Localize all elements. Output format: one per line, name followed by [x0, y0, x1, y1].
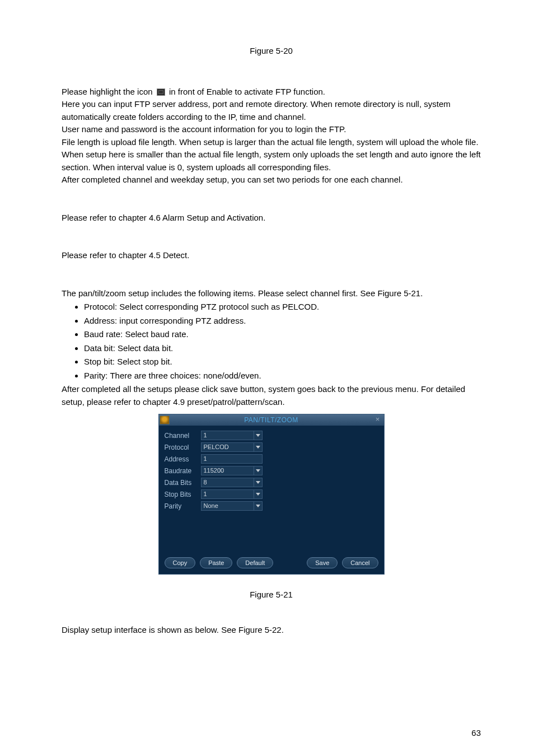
- stopbits-select[interactable]: 1: [201, 489, 263, 499]
- paragraph: Here you can input FTP server address, p…: [62, 98, 481, 123]
- text-fragment: in front of Enable to activate FTP funct…: [169, 87, 325, 96]
- address-input[interactable]: 1: [201, 454, 263, 464]
- default-button[interactable]: Default: [237, 557, 273, 568]
- paste-button[interactable]: Paste: [200, 557, 232, 568]
- paragraph: After completed channel and weekday setu…: [62, 174, 481, 186]
- bullet-list: Protocol: Select corresponding PTZ proto…: [62, 301, 481, 382]
- figure-caption-bottom: Figure 5-21: [62, 589, 481, 601]
- channel-select[interactable]: 1: [201, 431, 263, 440]
- list-item: Parity: There are three choices: none/od…: [84, 370, 481, 382]
- ptz-dialog: PAN/TILT/ZOOM × Channel 1 Protocol PELCO…: [158, 414, 385, 575]
- dialog-button-row: Copy Paste Default Save Cancel: [159, 554, 384, 574]
- list-item: Protocol: Select corresponding PTZ proto…: [84, 301, 481, 314]
- figure-caption-top: Figure 5-20: [62, 45, 481, 58]
- close-icon[interactable]: ×: [374, 416, 382, 423]
- chevron-down-icon: [256, 469, 260, 472]
- list-item: Baud rate: Select baud rate.: [84, 328, 481, 341]
- paragraph-display-setup: Display setup interface is shown as belo…: [62, 624, 481, 637]
- chevron-down-icon: [256, 446, 260, 449]
- protocol-select[interactable]: PELCOD: [201, 442, 263, 452]
- databits-label: Data Bits: [165, 478, 201, 488]
- copy-button[interactable]: Copy: [165, 557, 196, 568]
- baudrate-select[interactable]: 115200: [201, 466, 263, 475]
- protocol-label: Protocol: [165, 442, 201, 452]
- parity-select[interactable]: None: [201, 501, 263, 511]
- dialog-body: Channel 1 Protocol PELCOD Address 1 Baud…: [159, 426, 384, 554]
- paragraph-alarm-ref: Please refer to chapter 4.6 Alarm Setup …: [62, 212, 481, 225]
- channel-label: Channel: [165, 431, 201, 441]
- paragraph-ptz-after: After completed all the setups please cl…: [62, 383, 481, 408]
- paragraph: File length is upload file length. When …: [62, 136, 481, 174]
- paragraph-detect-ref: Please refer to chapter 4.5 Detect.: [62, 249, 481, 262]
- cancel-button[interactable]: Cancel: [342, 557, 378, 568]
- address-label: Address: [165, 454, 201, 464]
- chevron-down-icon: [256, 481, 260, 484]
- dialog-title: PAN/TILT/ZOOM: [159, 415, 384, 425]
- chevron-down-icon: [256, 434, 260, 437]
- checkbox-icon: [157, 88, 165, 96]
- list-item: Stop bit: Select stop bit.: [84, 356, 481, 368]
- list-item: Data bit: Select data bit.: [84, 342, 481, 355]
- chevron-down-icon: [256, 493, 260, 496]
- baudrate-label: Baudrate: [165, 466, 201, 476]
- parity-label: Parity: [165, 501, 201, 511]
- stopbits-label: Stop Bits: [165, 489, 201, 500]
- save-button[interactable]: Save: [307, 557, 338, 568]
- paragraph-ptz-intro: The pan/tilt/zoom setup includes the fol…: [62, 287, 481, 300]
- page-number: 63: [471, 727, 481, 740]
- paragraph: User name and password is the account in…: [62, 123, 481, 136]
- text-fragment: Please highlight the icon: [62, 87, 153, 96]
- list-item: Address: input corresponding PTZ address…: [84, 315, 481, 328]
- paragraph-enable-ftp: Please highlight the icon in front of En…: [62, 86, 481, 99]
- databits-select[interactable]: 8: [201, 478, 263, 487]
- chevron-down-icon: [256, 505, 260, 507]
- dialog-titlebar: PAN/TILT/ZOOM ×: [159, 414, 384, 426]
